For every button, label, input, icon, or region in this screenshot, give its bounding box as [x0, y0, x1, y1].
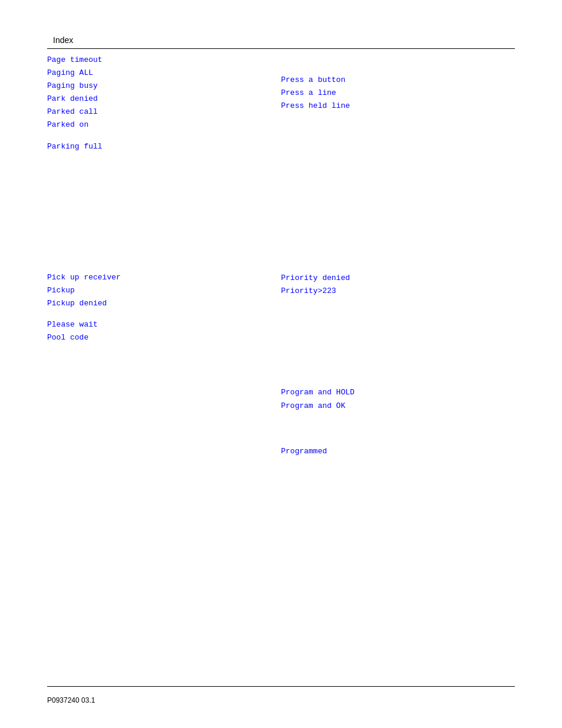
- right-group-4: Programmed: [281, 445, 515, 458]
- link-press-held-line[interactable]: Press held line: [281, 100, 515, 113]
- left-column: Page timeout Paging ALL Paging busy Park…: [47, 54, 281, 458]
- link-priority-denied[interactable]: Priority denied: [281, 272, 515, 285]
- gap-right-1: [281, 113, 515, 272]
- link-park-denied[interactable]: Park denied: [47, 93, 281, 106]
- link-page-timeout[interactable]: Page timeout: [47, 54, 281, 67]
- link-parked-on[interactable]: Parked on: [47, 118, 281, 131]
- link-please-wait[interactable]: Please wait: [47, 318, 281, 331]
- left-group-2: Parking full: [47, 140, 281, 153]
- link-program-and-hold[interactable]: Program and HOLD: [281, 386, 515, 399]
- link-pool-code[interactable]: Pool code: [47, 331, 281, 344]
- index-title: Index: [53, 35, 515, 45]
- link-program-and-ok[interactable]: Program and OK: [281, 400, 515, 413]
- left-group-4: Please wait Pool code: [47, 318, 281, 344]
- gap-right-2: [281, 298, 515, 386]
- link-parked-call[interactable]: Parked call: [47, 106, 281, 118]
- spacer-2: [47, 310, 281, 318]
- right-column: Press a button Press a line Press held l…: [281, 54, 515, 458]
- top-divider: [47, 48, 515, 49]
- left-group-1: Page timeout Paging ALL Paging busy Park…: [47, 54, 281, 132]
- link-pick-up-receiver[interactable]: Pick up receiver: [47, 271, 281, 284]
- footer-text: P0937240 03.1: [47, 696, 95, 704]
- main-content: Page timeout Paging ALL Paging busy Park…: [47, 54, 515, 458]
- gap-left-1: [47, 153, 281, 271]
- gap-right-3: [281, 413, 515, 445]
- link-pickup-denied[interactable]: Pickup denied: [47, 297, 281, 310]
- spacer-1: [47, 132, 281, 140]
- right-group-3: Program and HOLD Program and OK: [281, 386, 515, 412]
- link-priority-223[interactable]: Priority>223: [281, 285, 515, 298]
- bottom-divider: [47, 686, 515, 687]
- left-group-3: Pick up receiver Pickup Pickup denied: [47, 271, 281, 310]
- link-press-a-button[interactable]: Press a button: [281, 74, 515, 87]
- link-paging-all[interactable]: Paging ALL: [47, 67, 281, 80]
- right-group-2: Priority denied Priority>223: [281, 272, 515, 298]
- page-container: Index Page timeout Paging ALL Paging bus…: [0, 0, 562, 728]
- link-pickup[interactable]: Pickup: [47, 284, 281, 297]
- link-parking-full[interactable]: Parking full: [47, 140, 281, 153]
- right-group-1: Press a button Press a line Press held l…: [281, 74, 515, 113]
- link-paging-busy[interactable]: Paging busy: [47, 80, 281, 93]
- link-press-a-line[interactable]: Press a line: [281, 87, 515, 100]
- link-programmed[interactable]: Programmed: [281, 445, 515, 458]
